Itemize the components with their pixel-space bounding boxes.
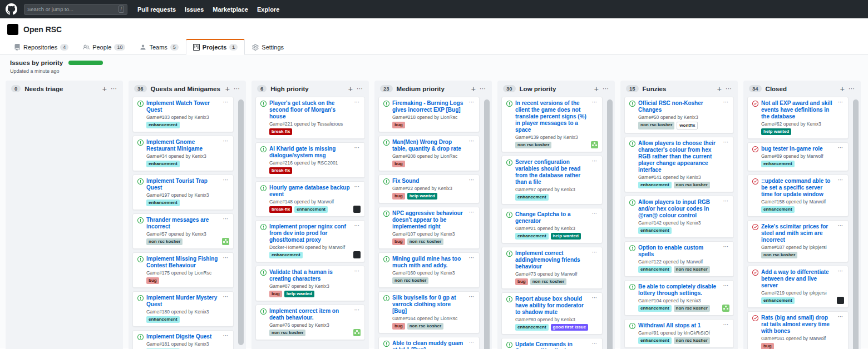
issue-card[interactable]: Report abuse box should have ability for… <box>501 292 603 335</box>
card-menu-icon[interactable]: ⋯ <box>223 217 229 221</box>
issue-title-link[interactable]: Implement proper nginx conf from dev int… <box>269 223 352 243</box>
column-menu-icon[interactable]: ⋯ <box>357 85 363 92</box>
issue-title-link[interactable]: Silk buy/sells for 0 gp at varrock cloth… <box>392 295 466 315</box>
issue-title-link[interactable]: Server configuration variables should be… <box>515 159 589 186</box>
card-menu-icon[interactable]: ⋯ <box>223 178 229 182</box>
add-card-icon[interactable]: + <box>471 86 476 92</box>
card-menu-icon[interactable]: ⋯ <box>723 100 729 104</box>
global-search[interactable]: / <box>24 4 127 15</box>
card-menu-icon[interactable]: ⋯ <box>592 296 598 300</box>
add-card-icon[interactable]: + <box>594 86 599 92</box>
github-mark-icon[interactable] <box>6 3 17 15</box>
card-menu-icon[interactable]: ⋯ <box>723 283 729 288</box>
column-menu-icon[interactable]: ⋯ <box>234 85 240 92</box>
issue-title-link[interactable]: Official RSC non-Kosher Changes <box>638 100 721 113</box>
issue-card[interactable]: Implement Tourist Trap Quest ⋯ Game#197 … <box>132 174 234 210</box>
issue-card[interactable]: Withdrawl All stops at 1 ⋯ Game#91 opene… <box>624 319 734 348</box>
issue-title-link[interactable]: Able to clean muddy guam at lvl 1 [Bug] <box>392 340 466 349</box>
issue-title-link[interactable]: Player's get stuck on the second floor o… <box>269 100 352 120</box>
issue-card[interactable]: bug tester in-game role ⋯ Game#89 opened… <box>747 142 849 171</box>
issue-card[interactable]: Official RSC non-Kosher Changes ⋯ Game#5… <box>624 97 734 133</box>
card-menu-icon[interactable]: ⋯ <box>354 223 361 228</box>
issue-title-link[interactable]: Allow players to input RGB and/or hex co… <box>638 199 721 219</box>
add-card-icon[interactable]: + <box>717 86 722 92</box>
card-menu-icon[interactable]: ⋯ <box>223 100 229 104</box>
card-menu-icon[interactable]: ⋯ <box>354 146 361 150</box>
issue-title-link[interactable]: Add a way to differentiate between dev a… <box>761 269 835 289</box>
issue-card[interactable]: NPC aggressive behaviour doesn't appear … <box>378 207 480 249</box>
card-menu-icon[interactable]: ⋯ <box>469 178 475 182</box>
issue-title-link[interactable]: bug tester in-game role <box>761 146 835 152</box>
issue-title-link[interactable]: Hourly game database backup event <box>269 185 352 198</box>
issue-title-link[interactable]: Implement Tourist Trap Quest <box>146 178 220 191</box>
nav-explore[interactable]: Explore <box>257 6 279 13</box>
issue-card[interactable]: Allow players to input RGB and/or hex co… <box>624 196 734 238</box>
issue-title-link[interactable]: ::update command able to be set a specif… <box>761 178 835 198</box>
scrollbar-thumb[interactable] <box>484 99 490 349</box>
card-menu-icon[interactable]: ⋯ <box>469 295 475 299</box>
tab-projects[interactable]: Projects 1 <box>186 39 245 55</box>
add-card-icon[interactable]: + <box>348 86 353 92</box>
column-menu-icon[interactable]: ⋯ <box>603 85 609 92</box>
issue-card[interactable]: Add a way to differentiate between dev a… <box>747 266 849 308</box>
issue-title-link[interactable]: Mining guild mine has too much mith and … <box>392 256 466 269</box>
issue-title-link[interactable]: Implement correct adding/removing friend… <box>515 250 589 270</box>
card-menu-icon[interactable]: ⋯ <box>223 256 229 260</box>
column-menu-icon[interactable]: ⋯ <box>111 85 117 92</box>
card-menu-icon[interactable]: ⋯ <box>838 178 844 182</box>
scrollbar-thumb[interactable] <box>238 99 244 345</box>
issue-title-link[interactable]: Implement Watch Tower Quest <box>146 100 220 113</box>
card-menu-icon[interactable]: ⋯ <box>223 333 229 338</box>
card-menu-icon[interactable]: ⋯ <box>469 256 475 260</box>
card-menu-icon[interactable]: ⋯ <box>592 100 598 104</box>
issue-card[interactable]: Firemaking - Burning Logs gives incorrec… <box>378 97 480 132</box>
card-menu-icon[interactable]: ⋯ <box>592 211 598 216</box>
issue-title-link[interactable]: Implement correct item on death behaviou… <box>269 308 352 321</box>
card-menu-icon[interactable]: ⋯ <box>838 315 844 319</box>
card-menu-icon[interactable]: ⋯ <box>838 269 844 273</box>
card-menu-icon[interactable]: ⋯ <box>223 139 229 143</box>
issue-card[interactable]: Not all EXP award and skill events have … <box>747 97 849 139</box>
column-menu-icon[interactable]: ⋯ <box>726 85 732 92</box>
issue-title-link[interactable]: NPC aggressive behaviour doesn't appear … <box>392 210 466 230</box>
card-menu-icon[interactable]: ⋯ <box>592 250 598 255</box>
card-menu-icon[interactable]: ⋯ <box>354 308 361 312</box>
issue-title-link[interactable]: Implement Murder Mystery Quest <box>146 295 220 308</box>
add-card-icon[interactable]: + <box>225 86 230 92</box>
issue-card[interactable]: Implement Watch Tower Quest ⋯ Game#183 o… <box>132 97 234 132</box>
issue-title-link[interactable]: Implement Missing Fishing Contest Behavi… <box>146 256 220 269</box>
issue-title-link[interactable]: Al Kharid gate is missing dialogue/syste… <box>269 146 352 159</box>
card-menu-icon[interactable]: ⋯ <box>354 185 361 189</box>
add-card-icon[interactable]: + <box>840 86 845 92</box>
card-menu-icon[interactable]: ⋯ <box>469 210 475 215</box>
card-menu-icon[interactable]: ⋯ <box>469 100 475 104</box>
issue-title-link[interactable]: Firemaking - Burning Logs gives incorrec… <box>392 100 466 113</box>
card-menu-icon[interactable]: ⋯ <box>354 100 361 104</box>
issue-card[interactable]: Able to clean muddy guam at lvl 1 [Bug] … <box>378 337 480 349</box>
card-menu-icon[interactable]: ⋯ <box>592 159 598 163</box>
card-menu-icon[interactable]: ⋯ <box>723 140 729 144</box>
issue-title-link[interactable]: Report abuse box should have ability for… <box>515 296 589 316</box>
issue-card[interactable]: Allow players to choose their character'… <box>624 137 734 192</box>
issue-title-link[interactable]: Validate that a human is creating charac… <box>269 269 352 282</box>
card-menu-icon[interactable]: ⋯ <box>838 223 844 228</box>
issue-card[interactable]: Implement correct item on death behaviou… <box>255 305 365 340</box>
issue-card[interactable]: Man(Men) Wrong Drop table, quantity & dr… <box>378 136 480 171</box>
card-menu-icon[interactable]: ⋯ <box>223 295 229 299</box>
issue-card[interactable]: Thrander messages are incorrect ⋯ Game#5… <box>132 213 234 249</box>
column-menu-icon[interactable]: ⋯ <box>849 85 855 92</box>
issue-card[interactable]: Server configuration variables should be… <box>501 156 603 205</box>
nav-pull-requests[interactable]: Pull requests <box>137 6 176 13</box>
issue-card[interactable]: Implement Gnome Restaurant Minigame ⋯ Ga… <box>132 136 234 171</box>
issue-card[interactable]: Be able to completely disable lottery th… <box>624 280 734 316</box>
search-input[interactable] <box>27 6 116 12</box>
issue-card[interactable]: ::update command able to be set a specif… <box>747 174 849 217</box>
issue-card[interactable]: Al Kharid gate is missing dialogue/syste… <box>255 142 365 178</box>
issue-card[interactable]: Option to enable custom spells ⋯ Game#12… <box>624 241 734 277</box>
add-card-icon[interactable]: + <box>102 86 107 92</box>
card-menu-icon[interactable]: ⋯ <box>592 341 598 346</box>
column-menu-icon[interactable]: ⋯ <box>480 85 486 92</box>
scrollbar-thumb[interactable] <box>607 99 613 349</box>
issue-title-link[interactable]: Implement Gnome Restaurant Minigame <box>146 139 220 152</box>
tab-people[interactable]: People 10 <box>76 39 132 55</box>
